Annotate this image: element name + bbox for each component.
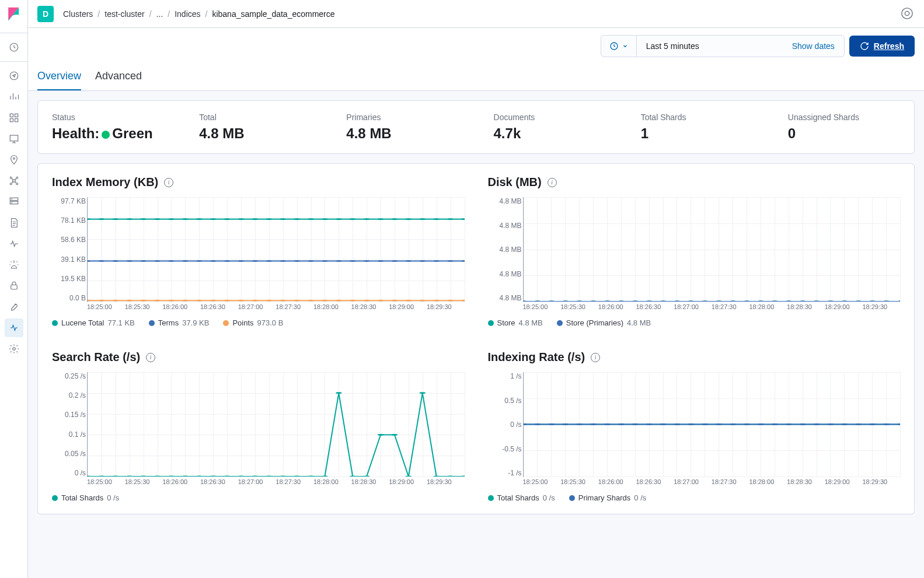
svg-point-57 bbox=[182, 260, 188, 262]
svg-point-55 bbox=[154, 260, 160, 262]
nav-dashboard-icon[interactable] bbox=[5, 108, 23, 127]
legend-item[interactable]: Total Shards 0 /s bbox=[52, 493, 119, 502]
info-icon[interactable]: i bbox=[164, 178, 173, 187]
svg-point-56 bbox=[168, 260, 174, 262]
svg-point-60 bbox=[224, 260, 230, 262]
refresh-label: Refresh bbox=[874, 41, 904, 51]
legend-disk: Store 4.8 MBStore (Primaries) 4.8 MB bbox=[488, 318, 901, 327]
legend-item[interactable]: Total Shards 0 /s bbox=[488, 493, 555, 502]
nav-recent-icon[interactable] bbox=[5, 38, 23, 57]
svg-point-29 bbox=[182, 218, 188, 220]
plot-search-rate[interactable]: 0.25 /s0.2 /s0.15 /s0.1 /s0.05 /s0 /s18:… bbox=[52, 372, 465, 489]
x-tick: 18:27:30 bbox=[276, 303, 313, 314]
svg-point-92 bbox=[280, 300, 286, 302]
space-badge[interactable]: D bbox=[37, 6, 54, 22]
breadcrumb-ellipsis[interactable]: ... bbox=[156, 9, 163, 19]
info-icon[interactable]: i bbox=[591, 353, 600, 362]
nav-apm-icon[interactable] bbox=[5, 234, 23, 253]
plot-index-memory[interactable]: 97.7 KB78.1 KB58.6 KB39.1 KB19.5 KB0.0 B… bbox=[52, 197, 465, 314]
nav-siem-icon[interactable] bbox=[5, 276, 23, 295]
legend-item[interactable]: Store (Primaries) 4.8 MB bbox=[557, 318, 651, 327]
legend-item[interactable]: Terms 37.9 KB bbox=[149, 318, 210, 327]
legend-item[interactable]: Lucene Total 77.1 KB bbox=[52, 318, 135, 327]
svg-point-224 bbox=[604, 423, 610, 425]
nav-discover-icon[interactable] bbox=[5, 66, 23, 85]
breadcrumb-indices[interactable]: Indices bbox=[175, 9, 200, 19]
legend-name: Store (Primaries) bbox=[566, 318, 623, 327]
time-quick-button[interactable] bbox=[601, 36, 637, 57]
refresh-button[interactable]: Refresh bbox=[849, 36, 915, 57]
svg-point-81 bbox=[127, 300, 133, 302]
svg-point-93 bbox=[294, 300, 299, 302]
stat-total-value: 4.8 MB bbox=[199, 125, 311, 142]
breadcrumb-test-cluster[interactable]: test-cluster bbox=[104, 9, 144, 19]
svg-point-80 bbox=[113, 300, 118, 302]
y-tick: 4.8 MB bbox=[488, 246, 522, 254]
nav-logs-icon[interactable] bbox=[5, 213, 23, 232]
svg-point-94 bbox=[308, 300, 313, 302]
svg-point-163 bbox=[99, 476, 104, 477]
info-icon[interactable]: i bbox=[146, 353, 155, 362]
svg-point-234 bbox=[744, 423, 749, 425]
nav-monitoring-icon[interactable] bbox=[5, 318, 23, 337]
help-icon[interactable] bbox=[901, 7, 915, 21]
tab-overview[interactable]: Overview bbox=[37, 64, 81, 90]
stat-shards-value: 1 bbox=[641, 125, 753, 142]
tab-advanced[interactable]: Advanced bbox=[95, 64, 142, 90]
kibana-logo-icon[interactable] bbox=[5, 5, 23, 23]
nav-management-icon[interactable] bbox=[5, 339, 23, 358]
svg-point-176 bbox=[280, 476, 286, 477]
svg-point-178 bbox=[308, 476, 313, 477]
svg-point-140 bbox=[604, 301, 610, 302]
svg-point-220 bbox=[548, 423, 554, 425]
chart-index-memory: Index Memory (KB) i 97.7 KB78.1 KB58.6 K… bbox=[52, 176, 465, 327]
time-range-label[interactable]: Last 5 minutes bbox=[637, 36, 783, 57]
nav-infra-icon[interactable] bbox=[5, 192, 23, 211]
svg-point-64 bbox=[280, 260, 286, 262]
x-tick: 18:27:00 bbox=[674, 303, 712, 314]
legend-name: Total Shards bbox=[497, 493, 539, 502]
x-tick: 18:29:30 bbox=[427, 303, 465, 314]
nav-visualize-icon[interactable] bbox=[5, 87, 23, 106]
svg-point-27 bbox=[154, 218, 160, 220]
svg-point-152 bbox=[772, 301, 777, 302]
legend-value: 0 /s bbox=[107, 493, 119, 502]
nav-devtools-icon[interactable] bbox=[5, 297, 23, 316]
y-tick: 39.1 KB bbox=[52, 255, 86, 264]
svg-point-136 bbox=[548, 301, 554, 302]
breadcrumb-clusters[interactable]: Clusters bbox=[63, 9, 93, 19]
nav-canvas-icon[interactable] bbox=[5, 129, 23, 148]
nav-ml-icon[interactable] bbox=[5, 171, 23, 190]
charts-panel: Index Memory (KB) i 97.7 KB78.1 KB58.6 K… bbox=[37, 163, 915, 514]
svg-point-67 bbox=[322, 260, 327, 262]
legend-item[interactable]: Points 973.0 B bbox=[223, 318, 283, 327]
plot-indexing-rate[interactable]: 1 /s0.5 /s0 /s-0.5 /s-1 /s18:25:0018:25:… bbox=[488, 372, 901, 489]
y-tick: 4.8 MB bbox=[488, 270, 522, 278]
legend-value: 4.8 MB bbox=[627, 318, 651, 327]
stat-unassigned-value: 0 bbox=[788, 125, 900, 142]
svg-point-7 bbox=[13, 157, 15, 159]
show-dates-link[interactable]: Show dates bbox=[783, 36, 844, 57]
legend-dot-icon bbox=[52, 320, 58, 326]
legend-item[interactable]: Store 4.8 MB bbox=[488, 318, 543, 327]
svg-point-184 bbox=[392, 434, 398, 436]
legend-dot-icon bbox=[488, 495, 494, 501]
plot-disk[interactable]: 4.8 MB4.8 MB4.8 MB4.8 MB4.8 MB18:25:0018… bbox=[488, 197, 901, 314]
svg-point-145 bbox=[674, 301, 679, 302]
nav-uptime-icon[interactable] bbox=[5, 255, 23, 274]
legend-value: 77.1 KB bbox=[108, 318, 135, 327]
svg-point-89 bbox=[238, 300, 244, 302]
svg-point-42 bbox=[364, 218, 369, 220]
y-tick: 97.7 KB bbox=[52, 197, 86, 205]
svg-point-105 bbox=[461, 300, 464, 302]
x-tick: 18:28:30 bbox=[787, 478, 825, 489]
svg-rect-3 bbox=[15, 114, 18, 117]
legend-item[interactable]: Primary Shards 0 /s bbox=[569, 493, 647, 502]
nav-maps-icon[interactable] bbox=[5, 150, 23, 169]
svg-point-16 bbox=[11, 202, 12, 203]
x-tick: 18:25:00 bbox=[87, 303, 125, 314]
svg-point-173 bbox=[238, 476, 244, 477]
info-icon[interactable]: i bbox=[548, 178, 557, 187]
svg-point-245 bbox=[897, 423, 900, 425]
svg-point-86 bbox=[196, 300, 202, 302]
